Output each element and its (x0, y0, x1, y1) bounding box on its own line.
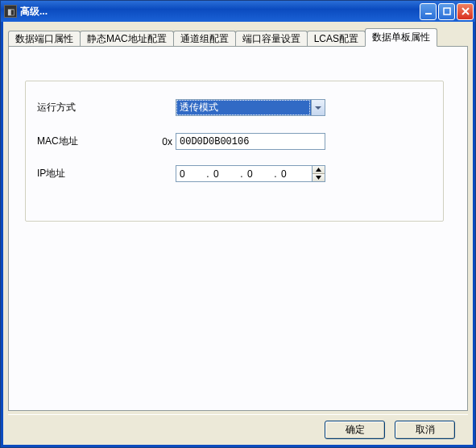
ip-spin-up[interactable] (313, 166, 325, 174)
ip-octet-3[interactable] (244, 168, 273, 180)
ip-octet-4[interactable] (278, 168, 307, 180)
ip-label: IP地址 (37, 167, 158, 180)
chevron-down-icon[interactable] (311, 99, 325, 116)
mac-prefix: 0x (158, 136, 176, 147)
tabstrip: 数据端口属性 静态MAC地址配置 通道组配置 端口容量设置 LCAS配置 数据单… (8, 27, 468, 46)
mac-input[interactable] (176, 133, 325, 150)
mac-row: MAC地址 0x (37, 133, 325, 150)
tab-panel: 运行方式 透传模式 MAC地址 0x IP地址 (8, 46, 468, 411)
run-mode-value: 透传模式 (176, 99, 311, 116)
app-icon: ◧ (4, 5, 17, 18)
tab-channel-group-config[interactable]: 通道组配置 (173, 31, 236, 47)
ip-control: . . . (176, 165, 325, 182)
minimize-button[interactable] (420, 3, 437, 20)
form-group: 运行方式 透传模式 MAC地址 0x IP地址 (25, 81, 444, 222)
mac-label: MAC地址 (37, 135, 158, 148)
window-title: 高级... (20, 5, 420, 19)
ok-button[interactable]: 确定 (325, 421, 385, 439)
ip-spin-down[interactable] (313, 174, 325, 181)
ip-octet-2[interactable] (210, 168, 239, 180)
svg-rect-1 (444, 8, 450, 15)
cancel-button[interactable]: 取消 (395, 421, 455, 439)
ip-row: IP地址 . . . (37, 165, 325, 182)
ip-spinner (313, 165, 325, 182)
tab-static-mac-config[interactable]: 静态MAC地址配置 (80, 31, 174, 47)
run-mode-combo[interactable]: 透传模式 (176, 99, 325, 116)
client-area: 数据端口属性 静态MAC地址配置 通道组配置 端口容量设置 LCAS配置 数据单… (1, 22, 475, 447)
run-mode-label: 运行方式 (37, 101, 158, 114)
ip-octet-1[interactable] (176, 168, 205, 180)
tab-data-board-attr[interactable]: 数据单板属性 (365, 28, 437, 47)
tab-lcas-config[interactable]: LCAS配置 (307, 31, 366, 47)
close-button[interactable] (457, 3, 474, 20)
svg-rect-0 (425, 13, 432, 15)
ip-body[interactable]: . . . (176, 165, 313, 182)
tab-port-capacity[interactable]: 端口容量设置 (235, 31, 308, 47)
titlebar: ◧ 高级... (1, 1, 475, 22)
tab-data-port-attr[interactable]: 数据端口属性 (8, 31, 81, 47)
maximize-button[interactable] (438, 3, 455, 20)
window-buttons (420, 3, 474, 20)
dialog-footer: 确定 取消 (8, 414, 468, 445)
run-mode-row: 运行方式 透传模式 (37, 99, 325, 116)
dialog-window: ◧ 高级... 数据端口属性 静态MAC地址配置 通道组配置 端口容量设置 LC… (0, 0, 476, 448)
